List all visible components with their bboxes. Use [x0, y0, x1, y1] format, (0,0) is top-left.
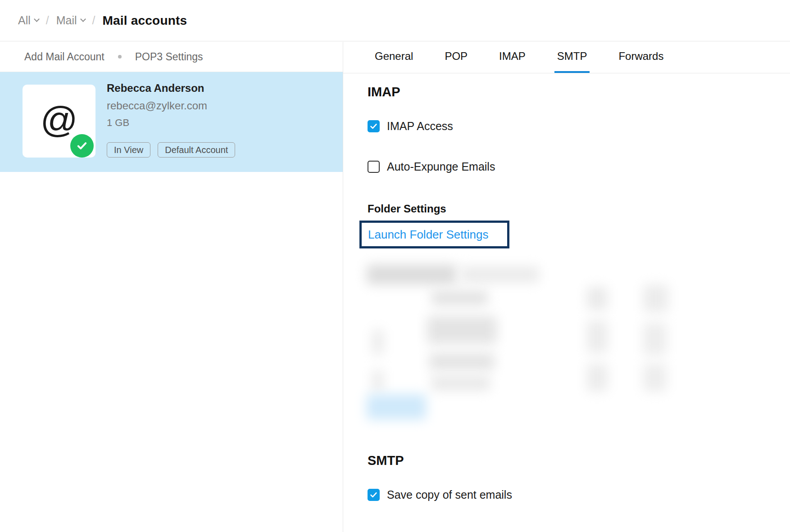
- auto-expunge-checkbox[interactable]: [368, 161, 380, 173]
- launch-folder-settings-link[interactable]: Launch Folder Settings: [368, 228, 488, 242]
- blurred-blob: [367, 265, 457, 284]
- tab-smtp[interactable]: SMTP: [554, 41, 590, 73]
- chevron-down-icon: [80, 16, 86, 22]
- accounts-list-panel: Add Mail Account POP3 Settings @ Rebecca…: [0, 42, 343, 532]
- breadcrumb-separator: /: [92, 14, 95, 27]
- account-email: rebecca@zylker.com: [107, 99, 207, 112]
- mail-accounts-screen: All / Mail / Mail accounts Add Mail Acco…: [0, 0, 790, 532]
- blurred-blob: [643, 323, 667, 355]
- check-icon: [369, 491, 378, 499]
- account-card-rebecca[interactable]: @ Rebecca Anderson rebecca@zylker.com 1 …: [0, 72, 343, 172]
- tab-general-label: General: [375, 50, 413, 63]
- breadcrumb-mail-label: Mail: [56, 14, 77, 27]
- breadcrumb-all-label: All: [18, 14, 31, 27]
- blurred-blob: [367, 394, 426, 419]
- blurred-blob: [587, 364, 608, 392]
- check-icon: [76, 140, 88, 152]
- blurred-blob: [587, 320, 608, 353]
- tab-pop-label: POP: [445, 50, 468, 63]
- account-active-status-badge: [70, 134, 94, 158]
- blurred-blob: [431, 375, 490, 391]
- checkbox-imap-access[interactable]: IMAP Access: [368, 120, 790, 133]
- settings-tabs: General POP IMAP SMTP Forwards: [343, 41, 790, 73]
- accounts-toolbar: Add Mail Account POP3 Settings: [0, 42, 343, 72]
- tab-imap[interactable]: IMAP: [496, 41, 528, 73]
- at-icon: @: [40, 99, 77, 141]
- account-badges: In View Default Account: [107, 142, 235, 158]
- breadcrumb-separator: /: [46, 14, 49, 27]
- page-title: Mail accounts: [103, 14, 187, 28]
- tab-imap-label: IMAP: [499, 50, 526, 63]
- imap-section-title: IMAP: [368, 85, 790, 99]
- tab-pop[interactable]: POP: [442, 41, 470, 73]
- account-info: Rebecca Anderson rebecca@zylker.com 1 GB: [107, 82, 207, 129]
- imap-access-checkbox[interactable]: [368, 120, 380, 132]
- blurred-blob: [587, 287, 608, 310]
- highlight-box: Launch Folder Settings: [359, 221, 509, 248]
- tab-forwards[interactable]: Forwards: [616, 41, 666, 73]
- blurred-blob: [429, 353, 495, 370]
- add-mail-account-button[interactable]: Add Mail Account: [24, 51, 104, 63]
- save-copy-label: Save copy of sent emails: [387, 488, 512, 501]
- checkbox-auto-expunge[interactable]: Auto-Expunge Emails: [368, 160, 790, 173]
- settings-content: IMAP IMAP Access Auto-Expunge Emails Fol…: [343, 85, 790, 501]
- tab-smtp-label: SMTP: [557, 50, 587, 63]
- blurred-blob: [431, 291, 488, 305]
- folder-settings-label: Folder Settings: [368, 203, 790, 215]
- breadcrumb: All / Mail / Mail accounts: [0, 0, 790, 41]
- breadcrumb-item-mail[interactable]: Mail: [56, 14, 85, 27]
- breadcrumb-item-all[interactable]: All: [18, 14, 39, 27]
- account-name: Rebecca Anderson: [107, 82, 207, 95]
- pop3-settings-button[interactable]: POP3 Settings: [135, 51, 203, 63]
- badge-default-account: Default Account: [158, 142, 235, 158]
- dot-separator-icon: [118, 55, 122, 59]
- blurred-blob: [460, 266, 539, 283]
- tab-forwards-label: Forwards: [618, 50, 663, 63]
- blurred-blob: [643, 284, 668, 312]
- tab-general[interactable]: General: [372, 41, 416, 73]
- account-storage: 1 GB: [107, 117, 207, 129]
- auto-expunge-label: Auto-Expunge Emails: [387, 160, 495, 173]
- checkbox-save-copy[interactable]: Save copy of sent emails: [368, 488, 790, 501]
- smtp-section-title: SMTP: [368, 453, 790, 468]
- chevron-down-icon: [34, 16, 40, 22]
- save-copy-checkbox[interactable]: [368, 489, 380, 501]
- account-settings-panel: General POP IMAP SMTP Forwards IMAP IMAP…: [343, 41, 790, 532]
- blurred-blob: [643, 364, 667, 392]
- blurred-folder-settings-preview: [364, 262, 724, 422]
- blurred-blob: [372, 329, 384, 355]
- badge-in-view: In View: [107, 142, 150, 158]
- check-icon: [369, 122, 378, 131]
- imap-access-label: IMAP Access: [387, 120, 453, 133]
- blurred-blob: [372, 370, 384, 392]
- blurred-blob: [427, 316, 497, 344]
